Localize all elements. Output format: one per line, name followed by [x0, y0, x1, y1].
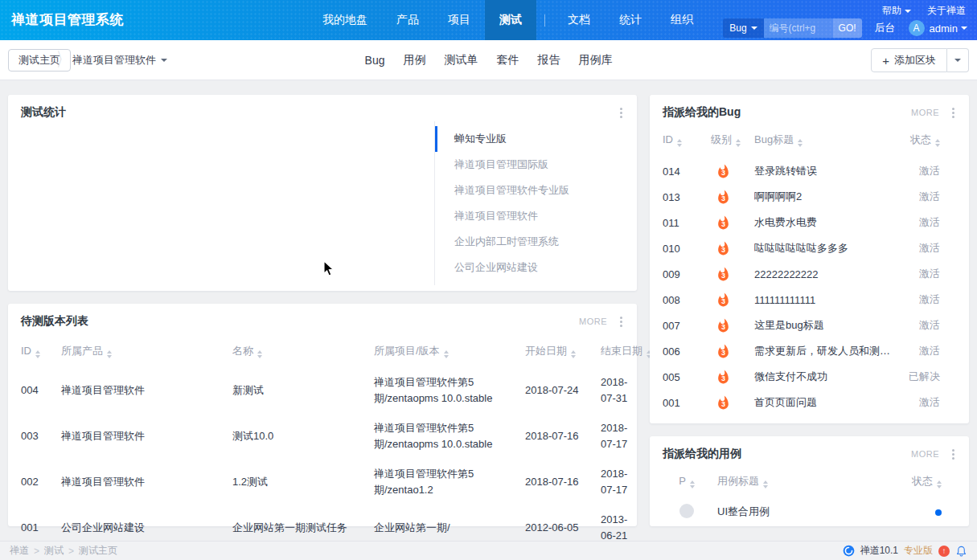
bug-id: 009: [663, 268, 704, 280]
dropdown-item[interactable]: 禅道项目管理国际版: [435, 152, 637, 178]
column-header[interactable]: 所属产品: [61, 344, 226, 358]
avatar[interactable]: A: [909, 20, 925, 36]
version-link[interactable]: 禅道10.1: [860, 544, 898, 558]
chevron-down-icon: [905, 10, 911, 13]
priority-circle-icon: [663, 504, 711, 521]
user-menu[interactable]: admin: [930, 22, 967, 35]
nav-item-test[interactable]: 测试: [485, 0, 536, 40]
sort-icon: [107, 350, 112, 358]
bug-title[interactable]: 首页页面问题: [754, 395, 890, 410]
footer-crumb-home[interactable]: 禅道: [10, 544, 29, 558]
bug-status: 激活: [897, 318, 956, 333]
table-row: 010 3 哒哒哒哒哒哒多多多 激活: [663, 235, 956, 261]
nav-item-project[interactable]: 项目: [433, 0, 485, 40]
more-link[interactable]: MORE: [579, 317, 607, 326]
tab-report[interactable]: 报告: [537, 53, 560, 67]
more-link[interactable]: MORE: [911, 449, 939, 459]
version-name[interactable]: 企业网站第一期测试任务: [232, 520, 367, 536]
dropdown-item[interactable]: 公司企业网站建设: [435, 255, 637, 280]
bug-title[interactable]: 22222222222: [754, 268, 890, 280]
product-selector[interactable]: 禅道项目管理软件: [72, 40, 167, 80]
bug-title[interactable]: 需求更新后，研发人员和测试...: [754, 344, 890, 358]
bug-status: 激活: [897, 241, 956, 255]
tab-bug[interactable]: Bug: [365, 54, 385, 67]
column-header[interactable]: 状态: [897, 133, 956, 147]
dropdown-item[interactable]: 禅道项目管理软件专业版: [435, 178, 637, 203]
add-block-dropdown-button[interactable]: [947, 48, 969, 72]
sort-icon: [937, 480, 942, 488]
dropdown-item[interactable]: 企业内部工时管理系统: [435, 229, 637, 255]
version-project: 禅道项目管理软件第5期/zentao1.2: [374, 466, 519, 497]
column-header[interactable]: ID: [21, 345, 55, 358]
column-header[interactable]: 用例标题: [717, 474, 893, 488]
bug-id: 001: [663, 397, 704, 409]
bug-status: 激活: [897, 164, 956, 178]
kebab-menu-icon[interactable]: [950, 448, 956, 461]
column-header[interactable]: 开始日期: [525, 344, 594, 358]
footer-crumb-test[interactable]: 测试: [44, 544, 64, 558]
bug-title[interactable]: 啊啊啊啊2: [754, 190, 890, 204]
sub-navbar: 测试主页 〉 禅道项目管理软件 Bug 用例 测试单 套件 报告 用例库 + 添…: [0, 40, 977, 80]
column-header[interactable]: 名称: [232, 344, 367, 358]
edition-link[interactable]: 专业版: [904, 544, 933, 558]
column-header[interactable]: 级别: [711, 133, 748, 147]
version-project: 禅道项目管理软件第5期/zentaopms 10.0.stable: [374, 374, 519, 406]
column-header[interactable]: 结束日期: [601, 344, 651, 358]
tab-suite[interactable]: 套件: [496, 53, 519, 67]
app-title[interactable]: 禅道项目管理系统: [11, 0, 124, 40]
bug-title[interactable]: 登录跳转错误: [754, 164, 890, 178]
kebab-menu-icon[interactable]: [618, 315, 624, 329]
search-input[interactable]: [764, 18, 833, 38]
search-type-select[interactable]: Bug: [723, 18, 763, 38]
column-header[interactable]: ID: [663, 133, 704, 147]
bug-title[interactable]: 哒哒哒哒哒哒多多多: [754, 241, 890, 255]
version-name[interactable]: 测试10.0: [232, 428, 367, 444]
tab-case[interactable]: 用例: [403, 53, 425, 67]
bug-id: 007: [663, 320, 704, 332]
bell-icon[interactable]: [955, 545, 967, 558]
nav-item-doc[interactable]: 文档: [553, 0, 605, 40]
version-product: 禅道项目管理软件: [61, 382, 226, 399]
more-link[interactable]: MORE: [911, 108, 939, 117]
upgrade-icon[interactable]: ↑: [938, 546, 950, 557]
bug-status: 已解决: [897, 370, 956, 384]
bug-title[interactable]: 水电费水电费: [754, 215, 890, 230]
table-row: 011 3 水电费水电费 激活: [663, 210, 956, 235]
help-menu[interactable]: 帮助: [882, 4, 911, 18]
bug-title[interactable]: 这里是bug标题: [754, 318, 890, 333]
severity-flame-icon: 3: [716, 292, 731, 308]
column-header[interactable]: 状态: [900, 474, 956, 488]
tab-caselib[interactable]: 用例库: [578, 53, 612, 67]
bug-title[interactable]: 111111111111: [754, 294, 890, 306]
bug-id: 006: [663, 345, 704, 358]
about-link[interactable]: 关于禅道: [927, 4, 966, 18]
case-title[interactable]: UI整合用例: [717, 505, 893, 519]
nav-item-my[interactable]: 我的地盘: [308, 0, 382, 40]
bug-status: 激活: [897, 190, 956, 204]
nav-item-org[interactable]: 组织: [656, 0, 708, 40]
test-tabs: Bug 用例 测试单 套件 报告 用例库: [365, 40, 613, 80]
bug-title[interactable]: 微信支付不成功: [754, 370, 890, 384]
sort-icon: [935, 139, 940, 147]
add-block-group: + 添加区块: [871, 48, 969, 72]
version-name[interactable]: 新测试: [232, 382, 367, 399]
kebab-menu-icon[interactable]: [618, 106, 624, 120]
dropdown-item[interactable]: 禅道项目管理软件: [435, 203, 637, 229]
footer-crumb-testhome[interactable]: 测试主页: [79, 544, 117, 558]
version-id: 002: [21, 474, 55, 490]
version-start: 2012-06-05: [525, 520, 594, 536]
nav-item-product[interactable]: 产品: [382, 0, 433, 40]
dropdown-item[interactable]: 蝉知专业版: [435, 126, 637, 152]
column-header[interactable]: 所属项目/版本: [374, 344, 519, 358]
nav-item-stats[interactable]: 统计: [605, 0, 656, 40]
admin-backend-link[interactable]: 后台: [875, 21, 896, 35]
case-status-dot: [900, 506, 956, 518]
column-header[interactable]: Bug标题: [754, 133, 890, 147]
kebab-menu-icon[interactable]: [950, 106, 956, 120]
add-block-button[interactable]: + 添加区块: [871, 48, 947, 72]
search-go-button[interactable]: GO!: [833, 18, 862, 38]
version-name[interactable]: 1.2测试: [232, 474, 367, 490]
column-header[interactable]: P: [663, 475, 711, 488]
severity-flame-icon: 3: [716, 215, 731, 231]
tab-testtask[interactable]: 测试单: [444, 53, 478, 67]
